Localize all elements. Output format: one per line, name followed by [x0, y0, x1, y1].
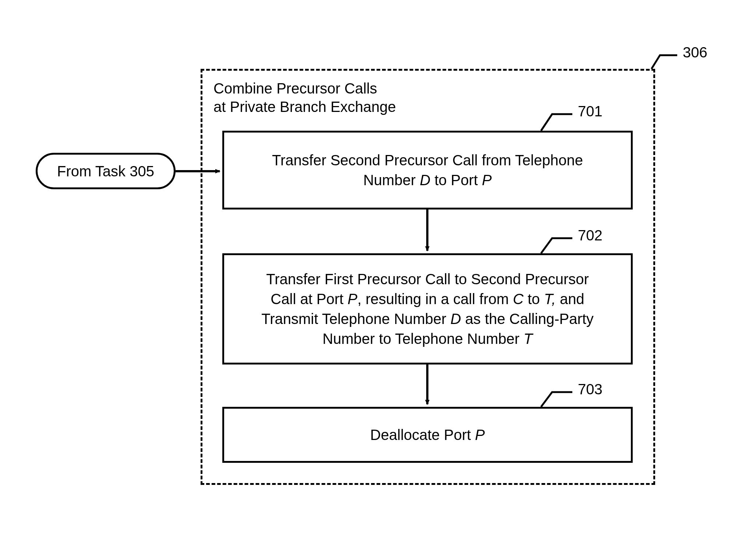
- container-title-line2: at Private Branch Exchange: [213, 99, 396, 115]
- ref-701: 701: [578, 103, 603, 120]
- start-node-label: From Task 305: [57, 161, 154, 181]
- block-701-text: Transfer Second Precursor Call from Tele…: [272, 150, 583, 190]
- container-title: Combine Precursor Calls at Private Branc…: [213, 79, 471, 116]
- block-701: Transfer Second Precursor Call from Tele…: [222, 131, 633, 209]
- container-title-line1: Combine Precursor Calls: [213, 80, 377, 96]
- block-703: Deallocate Port P: [222, 407, 633, 463]
- block-702: Transfer First Precursor Call to Second …: [222, 253, 633, 364]
- diagram-canvas: 306 Combine Precursor Calls at Private B…: [0, 0, 756, 553]
- block-703-text: Deallocate Port P: [370, 425, 485, 445]
- ref-306: 306: [683, 44, 707, 61]
- ref-702: 702: [578, 227, 603, 244]
- start-node-from-task-305: From Task 305: [36, 153, 176, 189]
- ref-703: 703: [578, 381, 603, 398]
- block-702-text: Transfer First Precursor Call to Second …: [261, 269, 594, 349]
